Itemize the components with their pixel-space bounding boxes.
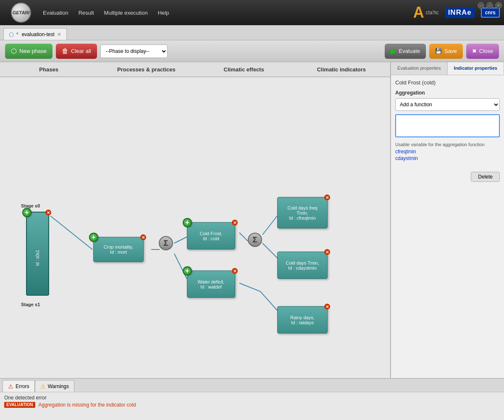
cold-days-tmin-line1: Cold days Tmin, xyxy=(286,260,319,265)
save-label: Save xyxy=(444,48,457,54)
column-headers: Phases Processes & practices Climatic ef… xyxy=(0,62,390,77)
clear-all-label: Clear all xyxy=(71,48,91,54)
function-input[interactable] xyxy=(395,114,500,137)
panel-tabs: Evaluation properties Indicator properti… xyxy=(391,62,504,75)
error-tabs: ⚠ Errors ⚠ Warnings xyxy=(0,379,504,392)
water-deficit-add[interactable]: + xyxy=(183,266,192,276)
col-climatic-indicators: Climatic indicators xyxy=(293,65,390,74)
cold-days-tmin-delete[interactable]: ✕ xyxy=(324,249,330,255)
var-link-cfreqtmin[interactable]: cfreqtmin xyxy=(395,149,500,155)
cold-days-freq-line2: Tmin, xyxy=(297,210,308,215)
toolbar: ⬡ New phase 🗑 Clear all --Phase to displ… xyxy=(0,40,504,62)
maximize-button[interactable]: □ xyxy=(486,2,493,9)
cold-days-tmin-node[interactable]: ✕ Cold days Tmin, Id : cdaystmin xyxy=(277,252,328,279)
tab-warnings[interactable]: ⚠ Warnings xyxy=(35,380,74,392)
error-count: One detected error xyxy=(4,395,500,401)
delete-button[interactable]: Delete xyxy=(471,172,500,182)
tab-modified-indicator: * xyxy=(16,32,18,37)
acta-a-logo: A xyxy=(413,4,424,21)
tab-bar: ⬡ * evaluation-test ✕ xyxy=(0,25,504,40)
error-detail: EVALUATION Aggregation is missing for th… xyxy=(4,402,500,408)
rainy-days-line1: Rainy days, xyxy=(290,315,314,320)
tab-evaluation-properties[interactable]: Evaluation properties xyxy=(391,62,448,75)
close-window-button[interactable]: ✕ xyxy=(495,2,502,9)
phase-display-select[interactable]: --Phase to display-- xyxy=(100,45,168,58)
add-function-select[interactable]: Add a function xyxy=(395,98,500,111)
rainy-days-node[interactable]: ✕ Rainy days, Id : raidays xyxy=(277,306,328,333)
cold-frost-node[interactable]: ✕ + Cold Frost, Id : cold xyxy=(187,222,235,249)
sigma-node-2: Σ xyxy=(248,233,262,247)
water-deficit-node[interactable]: ✕ + Water deficit, Id : watdef xyxy=(187,270,235,298)
rainy-days-delete[interactable]: ✕ xyxy=(324,304,330,310)
stage-delete-button[interactable]: ✕ xyxy=(45,210,51,215)
cold-frost-line2: Id : cold xyxy=(203,236,219,241)
stage-s1-label: Stage s1 xyxy=(21,302,40,307)
save-button[interactable]: 💾 Save xyxy=(429,44,463,59)
tab-icon: ⬡ xyxy=(9,31,14,38)
tab-evaluation-test[interactable]: ⬡ * evaluation-test ✕ xyxy=(3,28,67,40)
col-processes: Processes & practices xyxy=(97,65,195,74)
evaluate-button[interactable]: ▶ Evaluate xyxy=(385,44,426,59)
crop-mortality-node[interactable]: ✕ + Crop mortality, Id : mort xyxy=(93,237,144,262)
warnings-icon: ⚠ xyxy=(40,383,46,390)
tab-label: evaluation-test xyxy=(22,32,55,37)
close-button[interactable]: ✖ Close xyxy=(466,44,499,59)
clear-all-button[interactable]: 🗑 Clear all xyxy=(56,44,97,59)
evaluate-label: Evaluate xyxy=(399,48,420,54)
canvas-area: Phases Processes & practices Climatic ef… xyxy=(0,62,391,378)
crop-mortality-add[interactable]: + xyxy=(89,233,98,242)
window-controls: ─ □ ✕ xyxy=(478,2,502,9)
app-logo: GETARI xyxy=(4,2,38,23)
aggregation-label: Aggregation xyxy=(395,90,500,96)
clear-all-icon: 🗑 xyxy=(62,47,68,55)
menu-evaluation[interactable]: Evaluation xyxy=(42,8,69,18)
tab-errors[interactable]: ⚠ Errors xyxy=(3,380,35,392)
graph-canvas[interactable]: Stage s0 + ✕ Id : s0s1 Stage s1 ✕ + Crop… xyxy=(0,77,390,378)
error-message: Aggregation is missing for the indicator… xyxy=(39,402,136,408)
save-icon: 💾 xyxy=(435,48,442,54)
cold-frost-add[interactable]: + xyxy=(183,218,192,227)
col-phases: Phases xyxy=(0,65,97,74)
indicator-title: Cold Frost (cold) xyxy=(395,79,500,86)
tab-close-button[interactable]: ✕ xyxy=(57,32,61,37)
stage-s0-label: Stage s0 xyxy=(21,203,40,208)
errors-icon: ⚠ xyxy=(8,383,13,390)
cold-days-tmin-line2: Id : cdaystmin xyxy=(288,265,317,270)
tab-indicator-properties[interactable]: Indicator properties xyxy=(448,62,504,75)
sigma-node-1: Σ xyxy=(159,236,173,250)
bottom-panel: ⚠ Errors ⚠ Warnings One detected error E… xyxy=(0,378,504,420)
water-deficit-delete[interactable]: ✕ xyxy=(232,268,238,274)
menu-result[interactable]: Result xyxy=(78,8,95,18)
menu-multiple-execution[interactable]: Multiple execution xyxy=(103,8,149,18)
stage-add-button[interactable]: + xyxy=(22,208,32,217)
evaluate-icon: ▶ xyxy=(391,47,396,56)
crop-mortality-delete[interactable]: ✕ xyxy=(140,234,146,240)
water-deficit-line1: Water deficit, xyxy=(198,279,225,284)
panel-content: Cold Frost (cold) Aggregation Add a func… xyxy=(391,75,504,378)
minimize-button[interactable]: ─ xyxy=(478,2,484,9)
crop-mortality-line2: Id : mort xyxy=(110,249,127,255)
new-phase-button[interactable]: ⬡ New phase xyxy=(5,44,52,59)
cold-days-freq-line3: Id : cfreqtmin xyxy=(289,215,316,220)
usable-var-label: Usable variable for the aggregation func… xyxy=(395,142,500,147)
close-icon: ✖ xyxy=(472,48,477,54)
main-content: Phases Processes & practices Climatic ef… xyxy=(0,62,504,378)
cold-days-freq-node[interactable]: ✕ Cold days freq Tmin, Id : cfreqtmin xyxy=(277,197,328,228)
warnings-tab-label: Warnings xyxy=(48,383,69,389)
close-label: Close xyxy=(479,48,493,54)
menubar: GETARI Evaluation Result Multiple execut… xyxy=(0,0,504,25)
menu-help[interactable]: Help xyxy=(157,8,170,18)
rainy-days-line2: Id : raidays xyxy=(291,320,314,325)
new-phase-icon: ⬡ xyxy=(11,47,17,55)
cold-frost-line1: Cold Frost, xyxy=(200,231,223,236)
stage-node[interactable]: + ✕ Id : s0s1 xyxy=(26,212,49,296)
var-link-cdaystmin[interactable]: cdaystmin xyxy=(395,155,500,161)
new-phase-label: New phase xyxy=(19,48,47,54)
inrae-logo: INRAe xyxy=(445,7,475,18)
crop-mortality-line1: Crop mortality, xyxy=(104,244,134,249)
error-content: One detected error EVALUATION Aggregatio… xyxy=(0,392,504,420)
acta-text-logo: cta'hc xyxy=(426,10,439,16)
cold-frost-delete[interactable]: ✕ xyxy=(232,220,238,226)
cold-days-freq-delete[interactable]: ✕ xyxy=(324,194,330,200)
cold-days-freq-line1: Cold days freq xyxy=(288,205,318,210)
